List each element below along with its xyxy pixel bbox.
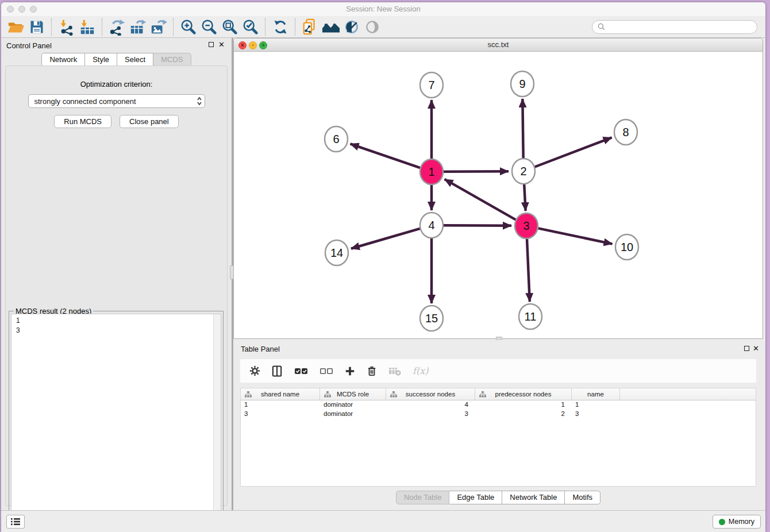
tab-style[interactable]: Style — [85, 53, 117, 67]
table-cell[interactable]: 3 — [572, 410, 620, 419]
column-header-MCDS-role[interactable]: MCDS role — [320, 388, 386, 400]
graph-node-4[interactable]: 4 — [420, 213, 443, 238]
tab-motifs[interactable]: Motifs — [565, 491, 600, 504]
deselect-all-rows-icon[interactable] — [319, 367, 333, 376]
memory-button[interactable]: Memory — [713, 515, 761, 529]
graph-edge-4-14[interactable] — [351, 229, 420, 249]
graph-node-3[interactable]: 3 — [515, 213, 538, 238]
svg-text:9: 9 — [519, 78, 525, 90]
run-mcds-button[interactable]: Run MCDS — [54, 115, 111, 128]
network-window-titlebar[interactable]: x – + scc.txt — [234, 38, 763, 52]
graph-edge-2-9[interactable] — [522, 99, 523, 159]
graph-node-8[interactable]: 8 — [614, 119, 637, 145]
table-cell[interactable]: 1 — [241, 400, 320, 410]
table-cell[interactable]: dominator — [320, 400, 386, 410]
table-cell[interactable]: 3 — [386, 410, 475, 419]
search-input[interactable] — [609, 22, 757, 32]
close-panel-button[interactable]: Close panel — [120, 115, 179, 128]
zoom-out-icon[interactable] — [199, 17, 220, 37]
open-session-icon[interactable] — [6, 17, 26, 37]
export-table-icon[interactable] — [128, 17, 148, 37]
search-box[interactable] — [592, 20, 757, 34]
session-title: Session: New Session — [1, 5, 765, 13]
graph-edge-1-2[interactable] — [444, 171, 509, 172]
optimization-criterion-label: Optimization criterion: — [6, 80, 227, 88]
graph-edge-1-6[interactable] — [351, 144, 421, 168]
table-row[interactable]: 1dominator411 — [241, 400, 756, 410]
import-table-icon[interactable] — [77, 17, 98, 37]
column-header-name[interactable]: name — [572, 388, 620, 400]
graph-edge-2-8[interactable] — [535, 137, 612, 167]
zoom-in-icon[interactable] — [178, 17, 199, 37]
network-view-window: x – + scc.txt 7968124314101511 — [233, 38, 763, 339]
task-history-button[interactable] — [6, 515, 25, 529]
graph-node-11[interactable]: 11 — [519, 304, 542, 329]
graph-edge-3-1[interactable] — [445, 179, 516, 220]
toolbar-separator — [102, 18, 103, 36]
birds-eye-view-icon[interactable] — [362, 17, 383, 37]
svg-text:14: 14 — [330, 246, 343, 259]
table-toolbar: f(x) — [240, 359, 756, 383]
tab-mcds[interactable]: MCDS — [153, 53, 191, 67]
float-panel-icon[interactable] — [209, 42, 214, 47]
tab-node-table[interactable]: Node Table — [396, 491, 450, 504]
table-cell[interactable]: 4 — [386, 400, 475, 410]
column-settings-icon[interactable] — [249, 365, 260, 376]
float-panel-icon[interactable] — [744, 346, 749, 351]
toggle-graphics-details-icon[interactable] — [341, 17, 362, 37]
network-graph-canvas[interactable]: 7968124314101511 — [234, 52, 763, 339]
table-cell[interactable]: 2 — [475, 410, 572, 419]
refresh-layout-icon[interactable] — [270, 17, 291, 37]
zoom-fit-icon[interactable] — [220, 17, 240, 37]
svg-text:6: 6 — [333, 133, 339, 145]
table-cell[interactable]: 3 — [241, 410, 320, 419]
graph-node-9[interactable]: 9 — [511, 71, 534, 97]
graph-node-14[interactable]: 14 — [325, 240, 348, 265]
save-session-icon[interactable] — [26, 17, 47, 37]
graph-edge-3-11[interactable] — [527, 238, 530, 302]
graph-node-1[interactable]: 1 — [420, 159, 443, 184]
select-all-rows-icon[interactable] — [294, 367, 308, 376]
search-icon — [597, 22, 606, 32]
table-row[interactable]: 3dominator323 — [241, 410, 756, 419]
column-header-predecessor-nodes[interactable]: predecessor nodes — [475, 388, 572, 400]
graph-node-15[interactable]: 15 — [420, 306, 443, 331]
reset-layout-home-icon[interactable] — [321, 17, 341, 37]
close-panel-icon[interactable]: ✕ — [753, 344, 759, 353]
table-cell[interactable]: dominator — [320, 410, 386, 419]
graph-edge-4-3[interactable] — [444, 225, 511, 226]
table-cell[interactable]: 1 — [475, 400, 572, 410]
tab-select[interactable]: Select — [117, 53, 153, 67]
svg-text:10: 10 — [621, 241, 633, 253]
graph-node-2[interactable]: 2 — [512, 159, 535, 184]
result-scrollbar[interactable] — [213, 314, 221, 526]
add-column-icon[interactable] — [345, 366, 355, 376]
graph-node-7[interactable]: 7 — [420, 72, 443, 98]
column-header-shared-name[interactable]: shared name — [241, 388, 320, 400]
tab-network[interactable]: Network — [41, 53, 85, 67]
mcds-result-item[interactable]: 1 — [16, 316, 221, 326]
import-network-icon[interactable] — [56, 17, 77, 37]
mcds-result-list[interactable]: 13 — [11, 314, 221, 527]
column-layout-icon[interactable] — [272, 365, 283, 377]
tab-network-table[interactable]: Network Table — [502, 491, 565, 504]
table-cell[interactable]: 1 — [572, 400, 620, 410]
export-image-icon[interactable] — [148, 17, 169, 37]
criterion-select[interactable]: strongly connected component — [28, 94, 205, 108]
tab-edge-table[interactable]: Edge Table — [449, 491, 502, 504]
mcds-result-item[interactable]: 3 — [16, 326, 221, 336]
graph-node-6[interactable]: 6 — [325, 126, 348, 152]
graph-edge-3-10[interactable] — [538, 228, 613, 244]
svg-text:15: 15 — [425, 312, 438, 325]
graph-edge-2-3[interactable] — [524, 183, 526, 211]
export-network-icon[interactable] — [107, 17, 128, 37]
zoom-selected-icon[interactable] — [240, 17, 261, 37]
main-area: Control Panel ✕ NetworkStyleSelectMCDS O… — [1, 38, 765, 511]
close-panel-icon[interactable]: ✕ — [218, 40, 225, 49]
apply-function-icon: f(x) — [413, 365, 428, 376]
graph-node-10[interactable]: 10 — [615, 234, 638, 260]
delete-column-icon[interactable] — [367, 365, 377, 377]
toolbar-separator — [295, 18, 296, 36]
clone-network-icon[interactable] — [300, 17, 321, 37]
column-header-successor-nodes[interactable]: successor nodes — [386, 388, 475, 400]
